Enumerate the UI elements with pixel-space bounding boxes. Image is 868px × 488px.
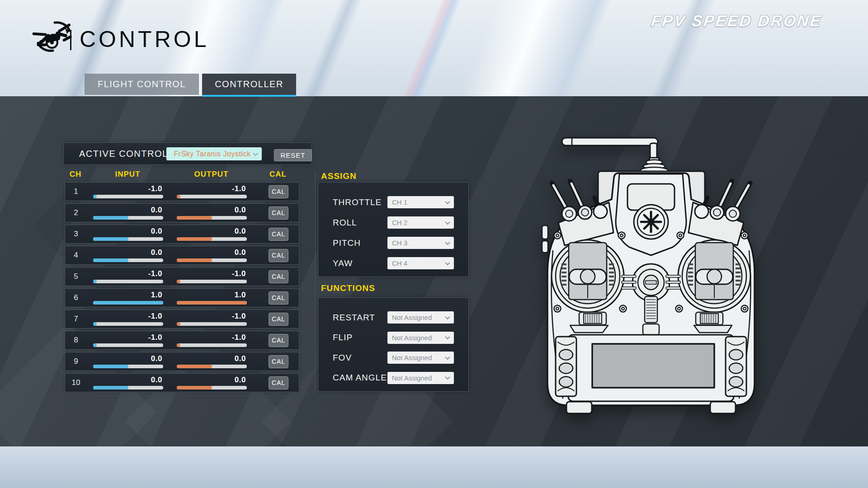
output-slider[interactable]: -1.0 (177, 267, 247, 286)
function-label: FOV (333, 353, 352, 363)
column-header-ch: CH (65, 170, 86, 179)
input-fill (93, 237, 128, 241)
output-fill (177, 386, 212, 389)
input-track (93, 258, 163, 262)
cal-button[interactable]: CAL (269, 355, 288, 368)
cal-button[interactable]: CAL (269, 291, 288, 305)
page-title: CONTROL (80, 26, 209, 52)
input-slider[interactable]: 0.0 (93, 225, 163, 243)
chevron-down-icon (253, 150, 258, 155)
output-track (177, 365, 247, 368)
input-slider[interactable]: 0.0 (93, 374, 163, 392)
drone-with-rotation-arrows-icon (31, 17, 76, 55)
assign-select[interactable]: CH 3 (387, 237, 454, 249)
assign-label: THROTTLE (333, 197, 382, 207)
rc-transmitter-illustration (540, 132, 762, 423)
input-fill (93, 343, 97, 347)
chevron-down-icon (445, 199, 450, 204)
cal-button[interactable]: CAL (269, 334, 288, 347)
input-track (93, 280, 163, 283)
input-track (93, 237, 163, 241)
input-slider[interactable]: 0.0 (93, 246, 163, 264)
cal-button[interactable]: CAL (269, 185, 288, 198)
output-track (177, 280, 247, 283)
device-select[interactable]: FrSky Taranis Joystick (166, 147, 262, 160)
assign-select-value: CH 4 (392, 259, 446, 267)
input-track (93, 322, 163, 326)
output-fill (177, 237, 212, 241)
controller-settings-screen: CONTROL FPV SPEED DRONE FLIGHT CONTROL C… (0, 0, 868, 488)
output-slider[interactable]: 0.0 (177, 246, 247, 264)
assign-row: THROTTLE CH 1 (333, 196, 454, 208)
input-value: -1.0 (148, 312, 162, 321)
output-track (177, 237, 247, 241)
assign-select[interactable]: CH 2 (387, 216, 454, 229)
input-track (93, 343, 163, 347)
channel-row: 6 1.0 1.0 CAL (65, 288, 299, 307)
output-slider[interactable]: 1.0 (177, 289, 247, 307)
input-slider[interactable]: -1.0 (93, 267, 163, 286)
column-header-output: OUTPUT (176, 170, 246, 179)
input-slider[interactable]: 0.0 (93, 352, 163, 371)
output-slider[interactable]: 0.0 (177, 204, 247, 222)
cal-button[interactable]: CAL (269, 376, 288, 389)
input-fill (93, 386, 128, 389)
function-select[interactable]: Not Assigned (387, 372, 454, 384)
input-track (93, 216, 163, 220)
input-value: -1.0 (148, 269, 162, 278)
input-slider[interactable]: 1.0 (93, 289, 163, 307)
output-value: -1.0 (232, 312, 246, 321)
cal-button[interactable]: CAL (269, 249, 288, 262)
output-track (177, 216, 247, 220)
output-value: 0.0 (235, 375, 246, 385)
function-select[interactable]: Not Assigned (387, 352, 454, 364)
input-slider[interactable]: 0.0 (93, 204, 163, 222)
active-control-bar: ACTIVE CONTROL FrSky Taranis Joystick RE… (63, 142, 312, 165)
tab-flight-control[interactable]: FLIGHT CONTROL (85, 74, 199, 95)
output-fill (177, 258, 212, 262)
output-track (177, 386, 247, 389)
cal-button[interactable]: CAL (269, 270, 288, 283)
function-select[interactable]: Not Assigned (387, 311, 454, 324)
channel-row: 7 -1.0 -1.0 CAL (65, 310, 299, 328)
cal-button[interactable]: CAL (269, 206, 288, 220)
cal-button[interactable]: CAL (269, 228, 288, 241)
function-label: CAM ANGLE (333, 373, 387, 383)
channel-row: 8 -1.0 -1.0 CAL (65, 331, 299, 350)
function-select-value: Not Assigned (392, 374, 446, 382)
input-track (93, 195, 163, 198)
assign-label: ROLL (333, 218, 357, 228)
assign-title: ASSIGN (321, 171, 357, 181)
input-value: 0.0 (151, 227, 162, 236)
channel-row: 9 0.0 0.0 CAL (65, 352, 299, 371)
input-slider[interactable]: -1.0 (93, 331, 163, 349)
input-slider[interactable]: -1.0 (93, 183, 163, 201)
output-slider[interactable]: 0.0 (177, 225, 247, 243)
channel-number: 9 (65, 352, 87, 371)
input-value: -1.0 (148, 333, 162, 342)
output-slider[interactable]: 0.0 (177, 374, 247, 392)
tab-controller[interactable]: CONTROLLER (202, 74, 296, 95)
cal-button[interactable]: CAL (269, 313, 288, 326)
function-select[interactable]: Not Assigned (387, 332, 454, 344)
input-fill (93, 280, 97, 283)
channel-number: 4 (65, 246, 87, 264)
output-slider[interactable]: 0.0 (177, 352, 247, 371)
output-slider[interactable]: -1.0 (177, 331, 247, 349)
assign-select[interactable]: CH 1 (387, 196, 454, 208)
functions-panel: RESTART Not Assigned FLIP Not Assigned F… (318, 297, 469, 392)
assign-select-value: CH 2 (392, 219, 446, 226)
reset-button[interactable]: RESET (274, 149, 312, 161)
output-slider[interactable]: -1.0 (177, 183, 247, 201)
column-header-cal: CAL (268, 170, 288, 179)
input-fill (93, 365, 128, 368)
channel-number: 10 (65, 374, 87, 392)
input-slider[interactable]: -1.0 (93, 310, 163, 328)
channel-row: 2 0.0 0.0 CAL (65, 203, 299, 222)
channel-row: 1 -1.0 -1.0 CAL (65, 182, 299, 201)
input-track (93, 386, 163, 389)
output-slider[interactable]: -1.0 (177, 310, 247, 328)
assign-select[interactable]: CH 4 (387, 257, 454, 269)
output-value: -1.0 (232, 333, 246, 342)
input-fill (93, 322, 97, 326)
